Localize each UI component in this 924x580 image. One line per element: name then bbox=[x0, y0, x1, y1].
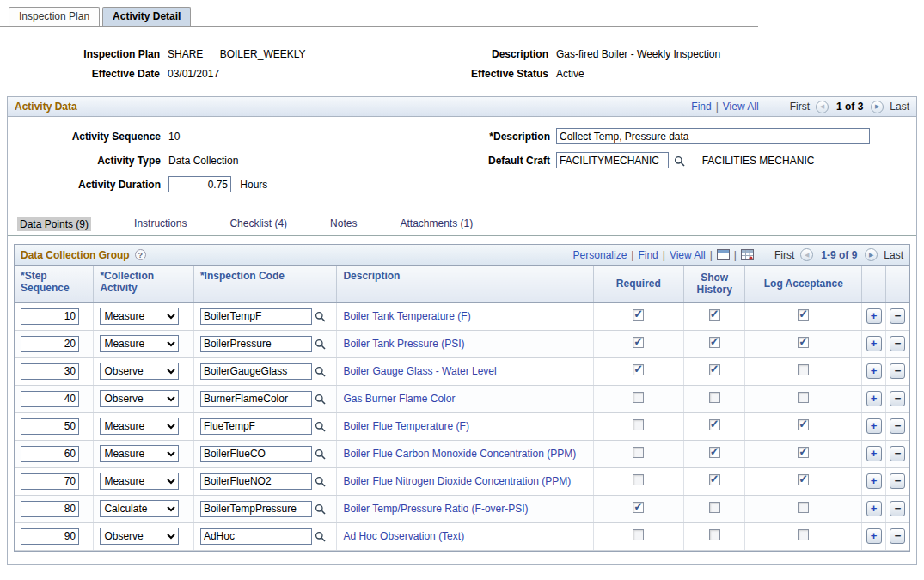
show-history-checkbox[interactable] bbox=[709, 419, 720, 430]
grid-prev-arrow-icon[interactable]: ◀ bbox=[800, 248, 813, 261]
show-history-checkbox[interactable] bbox=[709, 337, 720, 348]
personalize-link[interactable]: Personalize bbox=[573, 249, 627, 261]
find-link[interactable]: Find bbox=[691, 101, 711, 113]
add-row-button[interactable]: + bbox=[866, 446, 882, 461]
collection-activity-select[interactable]: Measure bbox=[100, 445, 179, 462]
delete-row-button[interactable]: − bbox=[890, 391, 905, 406]
grid-find-link[interactable]: Find bbox=[638, 249, 658, 261]
required-checkbox[interactable] bbox=[633, 502, 644, 513]
show-history-checkbox[interactable] bbox=[709, 529, 720, 540]
add-row-button[interactable]: + bbox=[866, 473, 882, 489]
lookup-icon[interactable] bbox=[315, 366, 326, 377]
delete-row-button[interactable]: − bbox=[890, 473, 905, 489]
inspection-code-input[interactable] bbox=[200, 336, 312, 352]
step-sequence-input[interactable] bbox=[21, 308, 79, 325]
description-link[interactable]: Boiler Tank Temperature (F) bbox=[343, 310, 470, 322]
log-acceptance-checkbox[interactable] bbox=[798, 502, 809, 513]
inspection-code-input[interactable] bbox=[200, 391, 312, 407]
step-sequence-input[interactable] bbox=[21, 336, 79, 352]
lookup-icon[interactable] bbox=[315, 339, 326, 350]
description-link[interactable]: Boiler Gauge Glass - Water Level bbox=[343, 365, 496, 377]
collection-activity-select[interactable]: Observe bbox=[100, 390, 179, 407]
delete-row-button[interactable]: − bbox=[890, 446, 905, 461]
inspection-code-input[interactable] bbox=[200, 528, 312, 545]
log-acceptance-checkbox[interactable] bbox=[798, 474, 809, 485]
show-history-checkbox[interactable] bbox=[709, 474, 720, 485]
add-row-button[interactable]: + bbox=[866, 391, 882, 406]
lookup-icon[interactable] bbox=[315, 531, 326, 542]
inspection-code-input[interactable] bbox=[200, 363, 312, 380]
lookup-icon[interactable] bbox=[315, 421, 326, 432]
delete-row-button[interactable]: − bbox=[890, 336, 905, 351]
view-all-link[interactable]: View All bbox=[723, 101, 759, 113]
step-sequence-input[interactable] bbox=[21, 363, 79, 380]
required-checkbox[interactable] bbox=[633, 447, 644, 458]
step-sequence-input[interactable] bbox=[21, 473, 79, 490]
add-row-button[interactable]: + bbox=[866, 363, 882, 379]
required-checkbox[interactable] bbox=[633, 529, 644, 540]
log-acceptance-checkbox[interactable] bbox=[798, 419, 809, 430]
subtab-checklist[interactable]: Checklist (4) bbox=[229, 217, 287, 231]
collection-activity-select[interactable]: Calculate bbox=[100, 500, 179, 517]
collection-activity-select[interactable]: Measure bbox=[100, 308, 179, 325]
show-history-checkbox[interactable] bbox=[709, 392, 720, 403]
show-history-checkbox[interactable] bbox=[709, 447, 720, 458]
description-link[interactable]: Ad Hoc Observation (Text) bbox=[343, 530, 464, 542]
description-link[interactable]: Boiler Flue Carbon Monoxide Concentratio… bbox=[343, 448, 576, 460]
delete-row-button[interactable]: − bbox=[890, 528, 905, 544]
step-sequence-input[interactable] bbox=[21, 391, 79, 407]
collection-activity-select[interactable]: Measure bbox=[100, 418, 179, 435]
tab-activity-detail[interactable]: Activity Detail bbox=[102, 7, 191, 26]
step-sequence-input[interactable] bbox=[21, 446, 79, 462]
log-acceptance-checkbox[interactable] bbox=[798, 309, 809, 321]
required-checkbox[interactable] bbox=[633, 392, 644, 403]
add-row-button[interactable]: + bbox=[866, 501, 882, 516]
required-checkbox[interactable] bbox=[633, 474, 644, 485]
description-link[interactable]: Boiler Flue Temperature (F) bbox=[343, 420, 469, 432]
log-acceptance-checkbox[interactable] bbox=[798, 447, 809, 458]
delete-row-button[interactable]: − bbox=[890, 501, 905, 516]
log-acceptance-checkbox[interactable] bbox=[798, 364, 809, 375]
lookup-icon[interactable] bbox=[315, 394, 326, 405]
step-sequence-input[interactable] bbox=[21, 418, 79, 435]
subtab-notes[interactable]: Notes bbox=[330, 217, 357, 231]
required-checkbox[interactable] bbox=[633, 309, 644, 321]
lookup-icon[interactable] bbox=[674, 156, 685, 167]
inspection-code-input[interactable] bbox=[200, 308, 312, 325]
description-link[interactable]: Boiler Temp/Pressure Ratio (F-over-PSI) bbox=[343, 503, 528, 515]
add-row-button[interactable]: + bbox=[866, 336, 882, 351]
subtab-attachments[interactable]: Attachments (1) bbox=[400, 217, 473, 231]
subtab-data-points[interactable]: Data Points (9) bbox=[17, 217, 91, 231]
default-craft-input[interactable] bbox=[556, 152, 669, 168]
prev-arrow-icon[interactable]: ◀ bbox=[816, 101, 829, 113]
log-acceptance-checkbox[interactable] bbox=[798, 392, 809, 403]
required-checkbox[interactable] bbox=[633, 364, 644, 375]
last-link[interactable]: Last bbox=[890, 101, 909, 113]
next-arrow-icon[interactable]: ▶ bbox=[871, 101, 884, 113]
lookup-icon[interactable] bbox=[315, 449, 326, 460]
inspection-code-input[interactable] bbox=[200, 501, 312, 517]
required-checkbox[interactable] bbox=[633, 419, 644, 430]
delete-row-button[interactable]: − bbox=[890, 363, 905, 379]
activity-duration-input[interactable] bbox=[168, 176, 231, 192]
description-link[interactable]: Boiler Flue Nitrogen Dioxide Concentrati… bbox=[343, 475, 571, 487]
tab-inspection-plan[interactable]: Inspection Plan bbox=[9, 7, 100, 26]
inspection-code-input[interactable] bbox=[200, 418, 312, 435]
log-acceptance-checkbox[interactable] bbox=[798, 337, 809, 348]
lookup-icon[interactable] bbox=[315, 311, 326, 322]
add-row-button[interactable]: + bbox=[866, 308, 882, 324]
delete-row-button[interactable]: − bbox=[890, 308, 905, 324]
subtab-instructions[interactable]: Instructions bbox=[134, 217, 187, 231]
collection-activity-select[interactable]: Measure bbox=[100, 335, 179, 352]
required-checkbox[interactable] bbox=[633, 337, 644, 348]
log-acceptance-checkbox[interactable] bbox=[798, 529, 809, 540]
description-link[interactable]: Boiler Tank Pressure (PSI) bbox=[343, 338, 464, 350]
delete-row-button[interactable]: − bbox=[890, 418, 905, 434]
grid-first-link[interactable]: First bbox=[774, 249, 794, 261]
add-row-button[interactable]: + bbox=[866, 418, 882, 434]
grid-last-link[interactable]: Last bbox=[884, 249, 903, 261]
step-sequence-input[interactable] bbox=[21, 528, 79, 545]
lookup-icon[interactable] bbox=[315, 504, 326, 515]
zoom-grid-icon[interactable] bbox=[717, 249, 730, 260]
lookup-icon[interactable] bbox=[315, 476, 326, 487]
